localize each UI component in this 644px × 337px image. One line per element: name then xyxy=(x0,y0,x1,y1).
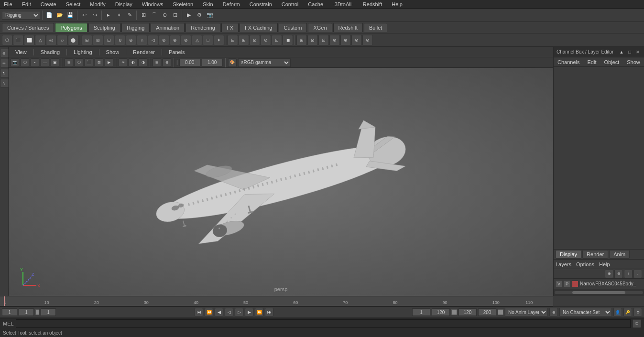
merge-icon[interactable]: ⊛ xyxy=(159,35,169,45)
mel-python-toggle[interactable]: MEL xyxy=(3,321,14,326)
view-tab-renderer[interactable]: Renderer xyxy=(129,48,159,56)
insert-edgeloop-icon[interactable]: ⊟ xyxy=(228,35,238,45)
face-icon[interactable]: ▣ xyxy=(51,58,59,67)
wedge-icon[interactable]: ◁ xyxy=(148,35,158,45)
transfer-icon[interactable]: ⊡ xyxy=(318,35,329,45)
menu-file[interactable]: File xyxy=(2,1,14,8)
shadow-icon[interactable]: ◐ xyxy=(129,58,137,67)
subdivide-icon[interactable]: ⊗ xyxy=(181,35,191,45)
snap-curve-icon[interactable]: ⌒ xyxy=(149,11,159,20)
disk-icon[interactable]: ⬤ xyxy=(68,35,78,45)
menu-edit[interactable]: Edit xyxy=(20,1,33,8)
cylinder-icon[interactable]: ⬜ xyxy=(24,35,34,45)
tab-fx[interactable]: FX xyxy=(221,23,239,32)
tab-polygons[interactable]: Polygons xyxy=(55,23,87,32)
tab-animation[interactable]: Animation xyxy=(151,23,185,32)
menu-constrain[interactable]: Constrain xyxy=(248,1,274,8)
layer-up-icon[interactable]: ↑ xyxy=(624,270,633,278)
uv-set-icon[interactable]: ⊕ xyxy=(340,35,351,45)
timeline[interactable]: 1 10 20 30 40 50 60 70 80 90 100 110 xyxy=(0,296,553,306)
cb-tab-object[interactable]: Object xyxy=(602,58,621,66)
next-frame-btn[interactable]: ▶ xyxy=(245,308,253,316)
inner-start-field[interactable] xyxy=(41,308,56,316)
view-tab-panels[interactable]: Panels xyxy=(165,48,189,56)
smooth-icon[interactable]: ⊕ xyxy=(170,35,180,45)
menu-redshift[interactable]: Redshift xyxy=(361,1,384,8)
ao-icon[interactable]: ◑ xyxy=(139,58,147,67)
tab-curves-surfaces[interactable]: Curves / Surfaces xyxy=(2,23,54,32)
paint-icon[interactable]: ✎ xyxy=(125,11,134,20)
panel-float-icon[interactable]: □ xyxy=(626,49,633,55)
layer-visibility-btn[interactable]: V xyxy=(556,281,562,287)
wireframe-icon[interactable]: ⬡ xyxy=(75,58,83,67)
color-set-icon[interactable]: ⊛ xyxy=(329,35,340,45)
menu-windows[interactable]: Windows xyxy=(140,1,165,8)
bevel-icon[interactable]: ⊡ xyxy=(104,35,114,45)
go-to-start-btn[interactable]: ⏮ xyxy=(195,308,203,316)
cb-tab-show[interactable]: Show xyxy=(625,58,642,66)
lasso-icon[interactable]: ⌖ xyxy=(114,11,124,20)
menu-modify[interactable]: Modify xyxy=(88,1,107,8)
menu-skin[interactable]: Skin xyxy=(201,1,215,8)
detach-icon[interactable]: ⊙ xyxy=(261,35,271,45)
sphere-icon[interactable]: ⬡ xyxy=(2,35,12,45)
layers-scrollbar[interactable] xyxy=(554,289,644,296)
snap-icon[interactable]: ⊕ xyxy=(0,49,9,57)
bool-union-icon[interactable]: ∪ xyxy=(115,35,125,45)
layer-add-icon[interactable]: ⊕ xyxy=(605,270,613,278)
bool-inter-icon[interactable]: ∩ xyxy=(137,35,147,45)
mel-history-icon[interactable]: ⊡ xyxy=(633,319,641,328)
bool-diff-icon[interactable]: ⊖ xyxy=(126,35,136,45)
menu-control[interactable]: Control xyxy=(280,1,300,8)
play-fwd-btn[interactable]: ▷ xyxy=(235,308,243,316)
snap-point-icon[interactable]: ⊙ xyxy=(160,11,169,20)
menu-3dto-all[interactable]: -3DtoAll- xyxy=(331,1,355,8)
move-tool-icon[interactable]: ✛ xyxy=(0,59,9,67)
cb-tab-edit[interactable]: Edit xyxy=(585,58,598,66)
torus-icon[interactable]: ◎ xyxy=(46,35,56,45)
retopo-icon[interactable]: ⊗ xyxy=(351,35,362,45)
menu-display[interactable]: Display xyxy=(113,1,134,8)
menu-create[interactable]: Create xyxy=(39,1,58,8)
tab-bullet[interactable]: Bullet xyxy=(364,23,388,32)
light-icon[interactable]: ☀ xyxy=(119,58,127,67)
redo-icon[interactable]: ↪ xyxy=(90,11,99,20)
texture-icon[interactable]: ⊠ xyxy=(95,58,103,67)
view-tab-shading[interactable]: Shading xyxy=(37,48,64,56)
next-key-btn[interactable]: ⏩ xyxy=(255,308,263,316)
anim-layer-dropdown[interactable]: No Anim Layer xyxy=(505,308,548,316)
render-preview-icon[interactable]: ▶ xyxy=(105,58,113,67)
layer-down-icon[interactable]: ↓ xyxy=(633,270,642,278)
rotate-tool-icon[interactable]: ↻ xyxy=(0,69,9,77)
show-manip-icon[interactable]: ⊕ xyxy=(163,58,171,67)
menu-select[interactable]: Select xyxy=(64,1,83,8)
tab-sculpting[interactable]: Sculpting xyxy=(88,23,120,32)
tab-rendering[interactable]: Rendering xyxy=(186,23,220,32)
prev-frame-btn[interactable]: ◀ xyxy=(215,308,223,316)
value1-input[interactable] xyxy=(179,59,200,66)
menu-help[interactable]: Help xyxy=(390,1,404,8)
view-tab-show[interactable]: Show xyxy=(102,48,123,56)
obj-icon[interactable]: ⬡ xyxy=(21,58,29,67)
scale-tool-icon[interactable]: ⤡ xyxy=(0,79,9,87)
new-file-icon[interactable]: 📄 xyxy=(44,11,54,20)
grid-icon[interactable]: ⊞ xyxy=(65,58,73,67)
menu-deform[interactable]: Deform xyxy=(221,1,242,8)
open-file-icon[interactable]: 📂 xyxy=(55,11,65,20)
snap-view-icon[interactable]: ⊡ xyxy=(170,11,180,20)
layer-remove-icon[interactable]: ⊖ xyxy=(614,270,623,278)
cone-icon[interactable]: △ xyxy=(35,35,45,45)
tab-xgen[interactable]: XGen xyxy=(308,23,332,32)
connect-icon[interactable]: ⊠ xyxy=(250,35,260,45)
select-icon[interactable]: ▸ xyxy=(104,11,113,20)
snap-grid-icon[interactable]: ⊞ xyxy=(139,11,148,20)
plane-icon[interactable]: ▱ xyxy=(57,35,67,45)
cb-tab-channels[interactable]: Channels xyxy=(556,58,581,66)
auto-key-icon[interactable]: 🔑 xyxy=(623,308,632,316)
anim-end-field[interactable] xyxy=(432,308,450,316)
color-picker-icon[interactable]: 🎨 xyxy=(228,58,237,67)
layers-menu-layers[interactable]: Layers xyxy=(556,261,571,267)
go-to-end-btn[interactable]: ⏭ xyxy=(265,308,273,316)
tab-custom[interactable]: Custom xyxy=(279,23,307,32)
vert-icon[interactable]: • xyxy=(31,58,39,67)
